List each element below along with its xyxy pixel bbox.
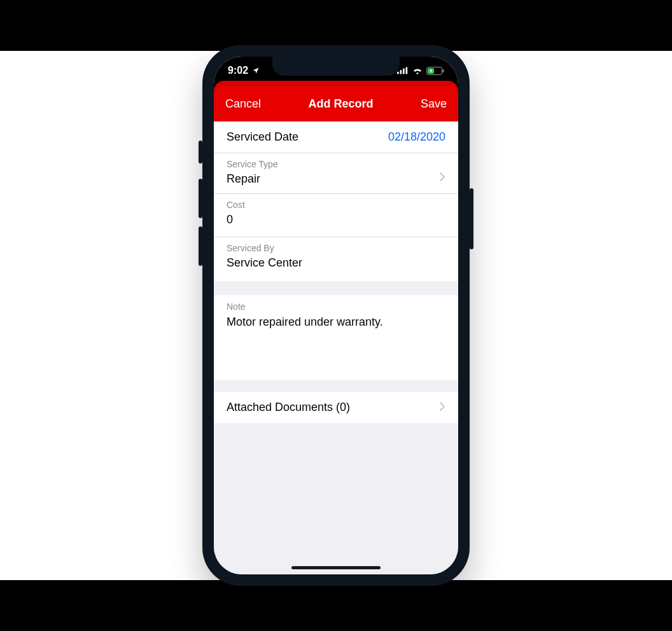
svg-rect-1 <box>400 70 402 74</box>
service-type-label: Service Type <box>227 158 445 170</box>
stage: 9:02 <box>0 51 672 580</box>
volume-down-button <box>199 226 202 266</box>
phone-frame: 9:02 <box>202 45 470 586</box>
status-time: 9:02 <box>228 65 248 76</box>
notch <box>272 57 400 76</box>
note-value: Motor repaired under warranty. <box>227 316 445 329</box>
home-indicator[interactable] <box>291 566 381 569</box>
svg-rect-0 <box>397 72 399 74</box>
chevron-right-icon <box>440 402 445 413</box>
field-group-primary: Serviced Date 02/18/2020 Service Type Re… <box>214 121 458 281</box>
battery-icon <box>426 67 444 75</box>
note-label: Note <box>227 302 445 312</box>
service-type-field[interactable]: Service Type Repair <box>214 153 458 194</box>
attached-documents-row[interactable]: Attached Documents (0) <box>214 392 458 423</box>
svg-rect-2 <box>403 68 405 74</box>
serviced-by-label: Serviced By <box>227 242 445 254</box>
attached-documents-label: Attached Documents (0) <box>227 401 350 414</box>
group-spacer-1 <box>214 281 458 295</box>
volume-up-button <box>199 179 202 218</box>
cost-field[interactable]: Cost 0 <box>214 194 458 237</box>
chevron-right-icon <box>440 172 445 184</box>
svg-rect-3 <box>406 67 408 74</box>
nav-title: Add Record <box>308 97 373 111</box>
cancel-button[interactable]: Cancel <box>225 97 261 111</box>
wifi-icon <box>412 67 423 74</box>
group-spacer-2 <box>214 380 458 392</box>
location-icon <box>252 67 260 74</box>
form-content: Serviced Date 02/18/2020 Service Type Re… <box>214 121 458 574</box>
nav-bar: Cancel Add Record Save <box>214 86 458 121</box>
power-button <box>470 188 473 249</box>
serviced-date-row[interactable]: Serviced Date 02/18/2020 <box>214 121 458 153</box>
save-button[interactable]: Save <box>421 97 447 111</box>
ring-switch <box>199 141 202 163</box>
note-field[interactable]: Note Motor repaired under warranty. <box>214 295 458 380</box>
serviced-by-field[interactable]: Serviced By Service Center <box>214 237 458 281</box>
service-type-value: Repair <box>227 172 260 186</box>
svg-rect-5 <box>443 69 444 73</box>
serviced-date-value: 02/18/2020 <box>388 130 445 144</box>
serviced-by-value: Service Center <box>227 256 445 270</box>
cost-label: Cost <box>227 199 445 211</box>
serviced-date-label: Serviced Date <box>227 130 298 144</box>
cost-value: 0 <box>227 213 445 226</box>
screen: 9:02 <box>214 57 458 574</box>
